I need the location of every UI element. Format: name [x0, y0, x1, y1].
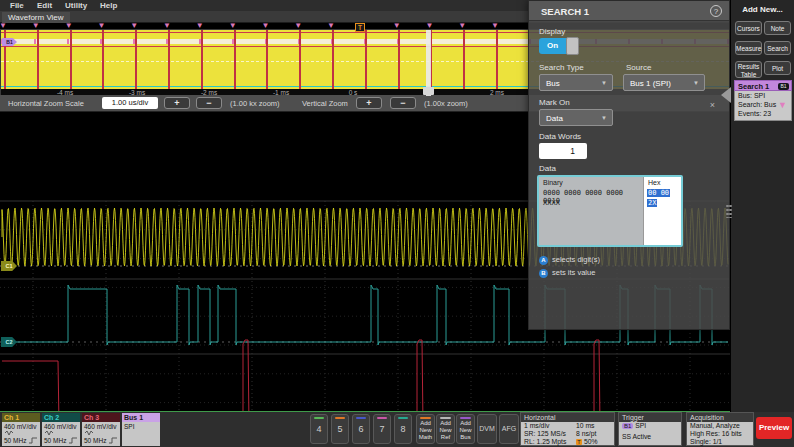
channel-button-label: 7 [374, 424, 390, 434]
source-dropdown[interactable]: Bus 1 (SPI) ▼ [623, 74, 705, 91]
channel-color-line [335, 417, 345, 419]
v-zoom-minus-button[interactable]: − [390, 97, 416, 109]
search-card-header[interactable]: Search 1 B1 [734, 80, 792, 91]
search-card-line: Events: 23 [738, 110, 771, 117]
source-value: Bus 1 (SPI) [630, 79, 671, 88]
overview-event-line [463, 30, 465, 89]
channel-bandwidth: 50 MHz [84, 437, 106, 444]
dvm-button[interactable]: DVM [477, 414, 497, 444]
sidebar-button-results-table[interactable]: ResultsTable [735, 61, 762, 78]
channel-card-3[interactable]: Ch 3460 mV/div50 MHz [82, 413, 120, 446]
mark-on-dropdown[interactable]: Data ▼ [539, 109, 613, 126]
status-bar: Ch 1460 mV/div50 MHzCh 2460 mV/div50 MHz… [0, 412, 794, 447]
search-type-label: Search Type [539, 63, 584, 72]
menu-item-file[interactable]: File [10, 1, 24, 10]
channel-bandwidth: 50 MHz [44, 437, 66, 444]
h-zoom-scale-input[interactable]: 1.00 us/div [102, 97, 158, 109]
add-new-math-button[interactable]: AddNewMath [416, 414, 435, 444]
h-zoom-minus-button[interactable]: − [196, 97, 222, 109]
search-card-body[interactable]: ▼ Bus: SPISearch: BusEvents: 23 [734, 91, 792, 121]
channel-bandwidth: 50 MHz [4, 437, 26, 444]
add-new-title: Add New... [731, 5, 794, 14]
channel-card-1[interactable]: Ch 1460 mV/div50 MHz [2, 413, 40, 446]
channel-button-5[interactable]: 5 [331, 414, 349, 444]
zoom-window-handle[interactable] [423, 87, 434, 95]
channel-button-label: 6 [353, 424, 369, 434]
add-button-label: AddNewMath [417, 420, 434, 441]
h-record-length: RL: 1.25 Mpts [524, 438, 566, 445]
channel-button-6[interactable]: 6 [352, 414, 370, 444]
sidebar-button-plot[interactable]: Plot [764, 61, 791, 75]
binary-value-line2[interactable]: XXXX [543, 199, 560, 207]
trigger-t-icon: T [576, 439, 582, 445]
menu-item-utility[interactable]: Utility [65, 1, 87, 10]
overview-event-line [70, 30, 72, 89]
mark-on-value: Data [546, 114, 563, 123]
sidebar-button-cursors[interactable]: Cursors [735, 21, 762, 35]
v-zoom-plus-button[interactable]: + [356, 97, 382, 109]
panel-drag-handle[interactable] [726, 204, 732, 218]
search-card-pointer [721, 87, 731, 103]
channel-button-label: 5 [332, 424, 348, 434]
preview-button[interactable]: Preview [756, 417, 792, 439]
coupling-icon [84, 430, 94, 436]
binary-pane[interactable]: Binary 0000 0000 0000 0000 0010 XXXX [539, 177, 643, 245]
channel-button-4[interactable]: 4 [310, 414, 328, 444]
hex-pane[interactable]: Hex 00 00 2X [643, 177, 681, 245]
bus-card-1[interactable]: Bus 1SPI [122, 413, 160, 446]
channel-card-name: Ch 1 [2, 413, 40, 422]
add-button-color-line [440, 417, 451, 419]
channel-card-body: 460 mV/div50 MHz [82, 422, 120, 446]
h-zoom-plus-button[interactable]: + [164, 97, 190, 109]
add-new-bus-button[interactable]: AddNewBus [456, 414, 475, 444]
bandwidth-limit-icon [108, 437, 118, 444]
display-label: Display [539, 27, 565, 36]
h-sample-rate: SR: 125 MS/s [524, 430, 566, 437]
horizontal-panel-title: Horizontal [521, 413, 614, 422]
coupling-icon [4, 430, 14, 436]
acquisition-panel[interactable]: Acquisition Manual, Analyze High Res: 16… [686, 412, 754, 446]
sidebar-button-note[interactable]: Note [764, 21, 791, 35]
search-type-dropdown[interactable]: Bus ▼ [539, 74, 613, 91]
sidebar-button-measure[interactable]: Measure [735, 41, 762, 55]
data-words-label: Data Words [539, 132, 581, 141]
bandwidth-limit-icon [28, 437, 38, 444]
hex-value-line1[interactable]: 00 00 [647, 189, 670, 197]
oscilloscope-app: FileEditUtilityHelp Waveform View ▼▼▼▼▼▼… [0, 0, 794, 447]
display-toggle-knob[interactable] [566, 37, 579, 55]
trigger-position-marker[interactable]: T [355, 23, 365, 32]
search-results-card[interactable]: Search 1 B1 ▼ Bus: SPISearch: BusEvents:… [734, 80, 792, 121]
chevron-down-icon: ▼ [601, 80, 607, 86]
sidebar-button-search[interactable]: Search [764, 41, 791, 55]
menu-item-help[interactable]: Help [100, 1, 117, 10]
channel-button-7[interactable]: 7 [373, 414, 391, 444]
add-button-label: AddNewBus [457, 420, 474, 441]
menu-item-edit[interactable]: Edit [37, 1, 52, 10]
channel-button-8[interactable]: 8 [394, 414, 412, 444]
search-dialog-title: SEARCH 1 [541, 6, 589, 17]
horizontal-panel[interactable]: Horizontal 1 ms/div10 ms SR: 125 MS/s8 n… [520, 412, 615, 446]
acq-resolution: High Res: 16 bits [690, 430, 742, 437]
channel-scale: 460 mV/div [84, 423, 117, 430]
data-words-input[interactable]: 1 [539, 143, 587, 159]
knob-b-hint: Bsets its value [539, 268, 595, 278]
add-new-ref-button[interactable]: AddNewRef [436, 414, 455, 444]
acquisition-panel-title: Acquisition [687, 413, 753, 422]
trigger-type: SPI [635, 422, 646, 429]
display-toggle[interactable]: On [539, 38, 579, 54]
knob-b-hint-text: sets its value [552, 268, 595, 277]
add-button-color-line [420, 417, 431, 419]
trigger-panel[interactable]: Trigger B1 SPI SS Active [618, 412, 682, 446]
search-dialog-titlebar[interactable]: SEARCH 1 ? [529, 1, 729, 21]
afg-button[interactable]: AFG [499, 414, 519, 444]
close-icon[interactable]: × [710, 100, 715, 110]
channel-card-2[interactable]: Ch 2460 mV/div50 MHz [42, 413, 80, 446]
overview-event-line [398, 30, 400, 89]
bus-type: SPI [124, 423, 134, 430]
zoom-window-indicator[interactable] [426, 30, 431, 96]
h-zoom-readout: (1.00 kx zoom) [230, 99, 280, 108]
hex-value-line2[interactable]: 2X [647, 199, 657, 207]
data-pattern-box[interactable]: Binary 0000 0000 0000 0000 0010 XXXX Hex… [537, 175, 683, 247]
chevron-down-icon: ▼ [693, 80, 699, 86]
help-icon[interactable]: ? [710, 5, 722, 17]
